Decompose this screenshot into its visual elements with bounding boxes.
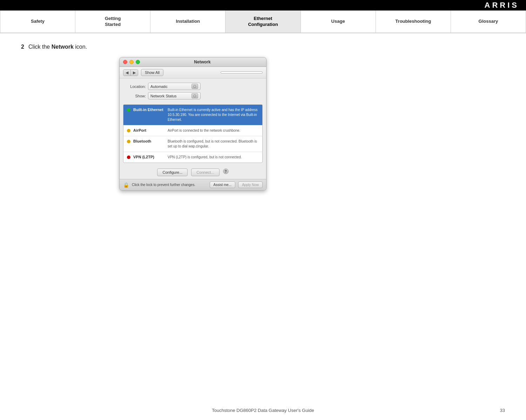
mac-window-title: Network	[142, 60, 263, 64]
mac-network-item-vpn[interactable]: VPN (L2TP) VPN (L2TP) is configured, but…	[123, 152, 262, 163]
mac-search-input[interactable]	[221, 71, 263, 74]
nav-item-getting-started[interactable]: Getting Started	[75, 11, 150, 33]
mac-network-name-vpn: VPN (L2TP)	[133, 155, 165, 159]
main-content: 2 Click the Network icon. Network ◀ ▶ Sh…	[0, 33, 526, 198]
arris-logo: ARRIS	[485, 1, 519, 10]
footer: Touchstone DG860P2 Data Gateway User's G…	[0, 408, 526, 413]
step-number: 2	[21, 44, 24, 50]
nav-item-troubleshooting[interactable]: Troubleshooting	[376, 11, 451, 33]
mac-location-row: Location: Automatic ⬡	[127, 83, 259, 90]
mac-network-name-airport: AirPort	[133, 128, 165, 132]
navigation: Safety Getting Started Installation Ethe…	[0, 11, 526, 33]
mac-show-row: Show: Network Status ⬡	[127, 92, 259, 99]
mac-lock-bar: 🔒 Click the lock to prevent further chan…	[120, 179, 266, 190]
mac-lock-text: Click the lock to prevent further change…	[132, 183, 207, 187]
mac-show-label: Show:	[127, 94, 146, 98]
mac-toolbar: ◀ ▶ Show All	[120, 67, 266, 78]
mac-network-item-builtin-ethernet[interactable]: Built-in Ethernet Built-in Ethernet is c…	[123, 105, 262, 125]
mac-help-button[interactable]: ?	[223, 168, 229, 174]
footer-page-number: 33	[500, 408, 505, 413]
mac-network-list: Built-in Ethernet Built-in Ethernet is c…	[123, 104, 263, 163]
nav-item-ethernet-configuration[interactable]: Ethernet Configuration	[225, 11, 301, 33]
nav-item-installation[interactable]: Installation	[150, 11, 225, 33]
mac-minimize-button[interactable]	[129, 60, 134, 64]
mac-network-desc-builtin: Built-in Ethernet is currently active an…	[168, 108, 259, 122]
mac-network-item-airport[interactable]: AirPort AirPort is connected to the netw…	[123, 125, 262, 136]
mac-network-name-builtin: Built-in Ethernet	[133, 108, 165, 112]
mac-network-status-dot-bluetooth	[127, 140, 130, 143]
mac-network-name-bluetooth: Bluetooth	[133, 139, 165, 143]
mac-location-label: Location:	[127, 84, 146, 89]
mac-zoom-button[interactable]	[136, 60, 140, 64]
mac-nav-buttons: ◀ ▶	[123, 69, 138, 76]
mac-network-status-dot-builtin	[127, 108, 130, 112]
mac-show-dropdown[interactable]: Network Status ⬡	[148, 92, 201, 99]
nav-item-usage[interactable]: Usage	[301, 11, 376, 33]
mac-show-arrow-icon: ⬡	[191, 93, 198, 98]
mac-connect-button[interactable]: Connect...	[191, 168, 219, 176]
mac-apply-button[interactable]: Apply Now	[238, 181, 263, 188]
footer-text: Touchstone DG860P2 Data Gateway User's G…	[212, 408, 314, 413]
mac-assist-button[interactable]: Assist me...	[210, 181, 236, 188]
nav-item-glossary[interactable]: Glossary	[451, 11, 526, 33]
mac-show-all-button[interactable]: Show All	[141, 69, 163, 76]
header: ARRIS	[0, 0, 526, 11]
mac-bottom-buttons: Configure... Connect... ?	[120, 166, 266, 179]
mac-location-bar: Location: Automatic ⬡ Show: Network Stat…	[120, 78, 266, 104]
mac-network-desc-bluetooth: Bluetooth is configured, but is not conn…	[168, 139, 259, 149]
mac-titlebar: Network	[120, 57, 266, 67]
mac-location-arrow-icon: ⬡	[191, 84, 198, 89]
mac-network-desc-airport: AirPort is connected to the network crus…	[168, 128, 240, 133]
mac-network-window: Network ◀ ▶ Show All Location: Automatic…	[119, 57, 267, 191]
mac-network-desc-vpn: VPN (L2TP) is configured, but is not con…	[168, 155, 242, 160]
step-instruction: 2 Click the Network icon.	[21, 44, 505, 50]
mac-configure-button[interactable]: Configure...	[157, 168, 188, 176]
mac-network-status-dot-airport	[127, 129, 130, 132]
mac-network-item-bluetooth[interactable]: Bluetooth Bluetooth is configured, but i…	[123, 136, 262, 152]
mac-network-status-dot-vpn	[127, 156, 130, 159]
mac-location-dropdown[interactable]: Automatic ⬡	[148, 83, 201, 90]
mac-lock-icon[interactable]: 🔒	[123, 182, 129, 188]
mac-forward-button[interactable]: ▶	[131, 70, 138, 76]
nav-item-safety[interactable]: Safety	[0, 11, 75, 33]
mac-back-button[interactable]: ◀	[123, 70, 131, 76]
step-text: Click the Network icon.	[28, 44, 87, 50]
mac-close-button[interactable]	[123, 60, 127, 64]
